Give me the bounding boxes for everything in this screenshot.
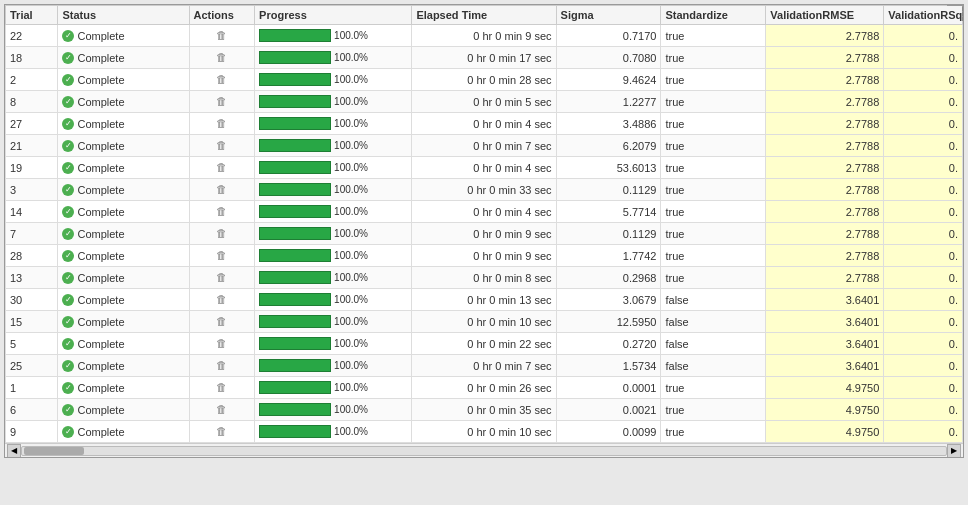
trash-icon[interactable]: 🗑 <box>216 315 228 329</box>
table-row-status: Complete <box>58 179 189 201</box>
check-icon <box>62 96 74 108</box>
col-header-vrsq[interactable]: ValidationRSq... <box>884 6 963 25</box>
col-header-actions[interactable]: Actions <box>189 6 255 25</box>
table-row-actions[interactable]: 🗑 <box>189 179 255 201</box>
table-row-vrsq: 0. <box>884 157 963 179</box>
check-icon <box>62 316 74 328</box>
table-row-status: Complete <box>58 245 189 267</box>
table-row-trial: 9 <box>6 421 58 443</box>
table-row-actions[interactable]: 🗑 <box>189 201 255 223</box>
table-row-status: Complete <box>58 47 189 69</box>
table-row-actions[interactable]: 🗑 <box>189 333 255 355</box>
table-row-sigma: 3.4886 <box>556 113 661 135</box>
table-row-actions[interactable]: 🗑 <box>189 157 255 179</box>
table-row-vrmse: 2.7788 <box>766 25 884 47</box>
table-row-progress: 100.0% <box>255 179 412 201</box>
scroll-right-arrow[interactable]: ▶ <box>947 444 961 458</box>
trash-icon[interactable]: 🗑 <box>216 73 228 87</box>
col-header-status[interactable]: Status <box>58 6 189 25</box>
col-header-vrmse[interactable]: ValidationRMSE <box>766 6 884 25</box>
progress-bar <box>259 161 331 174</box>
trash-icon[interactable]: 🗑 <box>216 161 228 175</box>
trash-icon[interactable]: 🗑 <box>216 117 228 131</box>
trash-icon[interactable]: 🗑 <box>216 293 228 307</box>
trash-icon[interactable]: 🗑 <box>216 359 228 373</box>
table-row-actions[interactable]: 🗑 <box>189 113 255 135</box>
progress-bar <box>259 403 331 416</box>
trash-icon[interactable]: 🗑 <box>216 403 228 417</box>
table-row-sigma: 0.0099 <box>556 421 661 443</box>
main-container: Trial Status Actions Progress Elapsed Ti… <box>0 0 968 505</box>
table-row-elapsed: 0 hr 0 min 4 sec <box>412 201 556 223</box>
table-row-vrmse: 2.7788 <box>766 223 884 245</box>
table-row-vrsq: 0. <box>884 135 963 157</box>
trash-icon[interactable]: 🗑 <box>216 249 228 263</box>
table-row-trial: 21 <box>6 135 58 157</box>
table-row-vrsq: 0. <box>884 69 963 91</box>
table-row-actions[interactable]: 🗑 <box>189 25 255 47</box>
check-icon <box>62 294 74 306</box>
table-row-actions[interactable]: 🗑 <box>189 223 255 245</box>
table-row-vrsq: 0. <box>884 113 963 135</box>
trash-icon[interactable]: 🗑 <box>216 337 228 351</box>
table-row-elapsed: 0 hr 0 min 33 sec <box>412 179 556 201</box>
trials-table: Trial Status Actions Progress Elapsed Ti… <box>5 5 963 443</box>
trash-icon[interactable]: 🗑 <box>216 183 228 197</box>
table-row-status: Complete <box>58 69 189 91</box>
horizontal-scrollbar[interactable]: ◀ ▶ <box>5 443 963 457</box>
table-row-elapsed: 0 hr 0 min 9 sec <box>412 223 556 245</box>
progress-label: 100.0% <box>334 338 368 349</box>
table-row-status: Complete <box>58 135 189 157</box>
table-row-actions[interactable]: 🗑 <box>189 399 255 421</box>
table-row-actions[interactable]: 🗑 <box>189 69 255 91</box>
table-row-vrmse: 2.7788 <box>766 135 884 157</box>
table-row-actions[interactable]: 🗑 <box>189 311 255 333</box>
table-row-vrsq: 0. <box>884 399 963 421</box>
table-row-actions[interactable]: 🗑 <box>189 289 255 311</box>
trash-icon[interactable]: 🗑 <box>216 425 228 439</box>
check-icon <box>62 426 74 438</box>
scrollbar-thumb[interactable] <box>24 447 84 455</box>
table-row-actions[interactable]: 🗑 <box>189 267 255 289</box>
trash-icon[interactable]: 🗑 <box>216 227 228 241</box>
table-row-elapsed: 0 hr 0 min 9 sec <box>412 245 556 267</box>
trash-icon[interactable]: 🗑 <box>216 51 228 65</box>
col-header-standardize[interactable]: Standardize <box>661 6 766 25</box>
trash-icon[interactable]: 🗑 <box>216 205 228 219</box>
scrollbar-track[interactable] <box>21 446 947 456</box>
table-row-actions[interactable]: 🗑 <box>189 355 255 377</box>
data-table-wrapper: Trial Status Actions Progress Elapsed Ti… <box>4 4 964 458</box>
table-row-standardize: true <box>661 223 766 245</box>
trash-icon[interactable]: 🗑 <box>216 381 228 395</box>
table-row-actions[interactable]: 🗑 <box>189 245 255 267</box>
table-row-sigma: 0.0021 <box>556 399 661 421</box>
table-row-progress: 100.0% <box>255 311 412 333</box>
table-row-actions[interactable]: 🗑 <box>189 135 255 157</box>
table-row-progress: 100.0% <box>255 157 412 179</box>
status-text: Complete <box>77 184 124 196</box>
trash-icon[interactable]: 🗑 <box>216 139 228 153</box>
scroll-left-arrow[interactable]: ◀ <box>7 444 21 458</box>
table-scroll-area[interactable]: Trial Status Actions Progress Elapsed Ti… <box>5 5 963 443</box>
status-text: Complete <box>77 52 124 64</box>
table-row-sigma: 9.4624 <box>556 69 661 91</box>
trash-icon[interactable]: 🗑 <box>216 95 228 109</box>
progress-label: 100.0% <box>334 206 368 217</box>
table-row-actions[interactable]: 🗑 <box>189 47 255 69</box>
col-header-progress[interactable]: Progress <box>255 6 412 25</box>
table-row-vrsq: 0. <box>884 289 963 311</box>
trash-icon[interactable]: 🗑 <box>216 29 228 43</box>
col-header-elapsed[interactable]: Elapsed Time <box>412 6 556 25</box>
table-row-actions[interactable]: 🗑 <box>189 91 255 113</box>
table-row-actions[interactable]: 🗑 <box>189 377 255 399</box>
col-header-sigma[interactable]: Sigma <box>556 6 661 25</box>
col-header-trial[interactable]: Trial <box>6 6 58 25</box>
table-row-trial: 3 <box>6 179 58 201</box>
table-row-actions[interactable]: 🗑 <box>189 421 255 443</box>
table-row-progress: 100.0% <box>255 267 412 289</box>
table-row-elapsed: 0 hr 0 min 7 sec <box>412 355 556 377</box>
status-text: Complete <box>77 30 124 42</box>
table-row-status: Complete <box>58 289 189 311</box>
trash-icon[interactable]: 🗑 <box>216 271 228 285</box>
progress-bar <box>259 139 331 152</box>
